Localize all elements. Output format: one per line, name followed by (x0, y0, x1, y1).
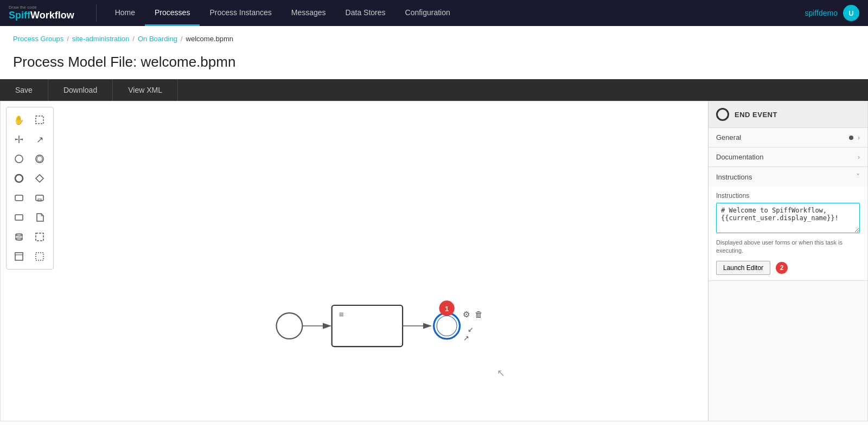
svg-point-9 (15, 175, 23, 182)
lasso-tool[interactable] (30, 111, 49, 129)
nav-process-instances[interactable]: Process Instances (200, 1, 281, 26)
svg-rect-20 (15, 253, 23, 255)
logo: Draw the code SpiffWorkflow (9, 5, 74, 21)
breadcrumb: Process Groups / site-administration / O… (0, 26, 868, 47)
user-area: spiffdemo U (805, 5, 859, 21)
right-panel: END EVENT General › Documentation › Inst… (708, 101, 868, 421)
instructions-section: Instructions ˅ Instructions # Welcome to… (709, 167, 867, 281)
nav-messages[interactable]: Messages (282, 1, 336, 26)
instructions-section-label: Instructions (716, 173, 752, 181)
panel-header-title: END EVENT (735, 111, 777, 119)
intermediate-event-tool[interactable] (30, 150, 49, 168)
start-event-tool[interactable] (10, 150, 28, 168)
main-area: ✋ ↗ (0, 101, 868, 421)
task-tool[interactable] (10, 189, 28, 207)
documentation-section: Documentation › (709, 147, 867, 167)
breadcrumb-sep-2: / (132, 35, 135, 43)
nav-processes[interactable]: Processes (145, 1, 200, 26)
general-section-header[interactable]: General › (709, 128, 867, 147)
page-title: Process Model File: welcome.bpmn (0, 47, 868, 79)
svg-text:↙: ↙ (468, 325, 474, 333)
general-section: General › (709, 128, 867, 147)
view-xml-button[interactable]: View XML (113, 79, 178, 101)
svg-point-22 (277, 313, 303, 339)
instructions-help-text: Displayed above user forms or when this … (716, 239, 860, 255)
space-tool[interactable] (10, 130, 28, 149)
svg-marker-10 (36, 175, 43, 182)
breadcrumb-site-admin[interactable]: site-administration (72, 35, 130, 43)
svg-point-8 (37, 156, 42, 162)
badge-2: 2 (776, 262, 788, 274)
instructions-body: Instructions # Welcome to SpiffWorkflow,… (709, 187, 867, 280)
svg-text:1: 1 (445, 305, 449, 313)
canvas-area[interactable]: ✋ ↗ (0, 101, 708, 421)
top-navigation: Draw the code SpiffWorkflow Home Process… (0, 0, 868, 26)
svg-rect-14 (15, 215, 23, 220)
logo-workflow: Workflow (30, 10, 74, 21)
svg-text:↗: ↗ (463, 334, 469, 342)
end-event-icon (716, 108, 729, 121)
general-arrow: › (858, 134, 860, 142)
general-dot (849, 136, 853, 140)
breadcrumb-on-boarding[interactable]: On Boarding (138, 35, 177, 43)
hand-tool[interactable]: ✋ (10, 111, 28, 129)
instructions-textarea[interactable]: # Welcome to SpiffWorkflow, {{current_us… (716, 203, 860, 233)
toolbar: Save Download View XML (0, 79, 868, 101)
launch-editor-button[interactable]: Launch Editor (716, 261, 770, 275)
breadcrumb-sep-1: / (67, 35, 69, 43)
svg-text:🗑: 🗑 (475, 310, 483, 319)
svg-text:≡: ≡ (339, 310, 344, 319)
panel-header: END EVENT (709, 101, 867, 128)
breadcrumb-process-groups[interactable]: Process Groups (13, 35, 63, 43)
nav-links: Home Processes Process Instances Message… (105, 1, 805, 26)
group-tool[interactable] (30, 228, 49, 246)
logo-spiff: Spiff (9, 10, 30, 21)
instructions-section-header[interactable]: Instructions ˅ (709, 167, 867, 187)
svg-point-27 (434, 313, 460, 339)
breadcrumb-current: welcome.bpmn (186, 35, 233, 43)
svg-text:⚙: ⚙ (463, 310, 470, 319)
nav-home[interactable]: Home (105, 1, 145, 26)
svg-marker-4 (15, 138, 17, 140)
username[interactable]: spiffdemo (805, 9, 838, 17)
documentation-arrow: › (858, 153, 860, 161)
bpmn-diagram[interactable]: ≡ 1 ⚙ 🗑 ↙ ↗ (1, 101, 708, 421)
instructions-collapse-arrow: ˅ (856, 172, 860, 181)
general-label: General (716, 133, 741, 142)
avatar[interactable]: U (843, 5, 859, 21)
blank-task-tool[interactable] (10, 208, 28, 227)
svg-rect-18 (36, 233, 43, 241)
svg-rect-21 (36, 253, 43, 260)
nav-data-stores[interactable]: Data Stores (336, 1, 395, 26)
nav-configuration[interactable]: Configuration (395, 1, 460, 26)
frame-tool[interactable] (10, 247, 28, 266)
dotted-tool[interactable] (30, 247, 49, 266)
svg-marker-5 (21, 138, 23, 140)
tools-panel: ✋ ↗ (6, 107, 54, 269)
documentation-section-header[interactable]: Documentation › (709, 147, 867, 166)
sub-process-tool[interactable] (30, 189, 49, 207)
data-store-tool[interactable] (10, 228, 28, 246)
documentation-label: Documentation (716, 153, 763, 161)
data-object-tool[interactable] (30, 208, 49, 227)
end-event-tool[interactable] (10, 169, 28, 188)
arrow-tool[interactable]: ↗ (30, 130, 49, 149)
instructions-field-label: Instructions (716, 192, 860, 200)
svg-rect-11 (15, 195, 23, 201)
breadcrumb-sep-3: / (181, 35, 183, 43)
svg-rect-12 (36, 195, 43, 201)
svg-point-6 (15, 155, 23, 163)
download-button[interactable]: Download (48, 79, 113, 101)
launch-editor-row: Launch Editor 2 (716, 261, 860, 275)
svg-rect-0 (36, 116, 43, 124)
nav-divider (96, 4, 97, 22)
gateway-tool[interactable] (30, 169, 49, 188)
save-button[interactable]: Save (0, 79, 48, 101)
